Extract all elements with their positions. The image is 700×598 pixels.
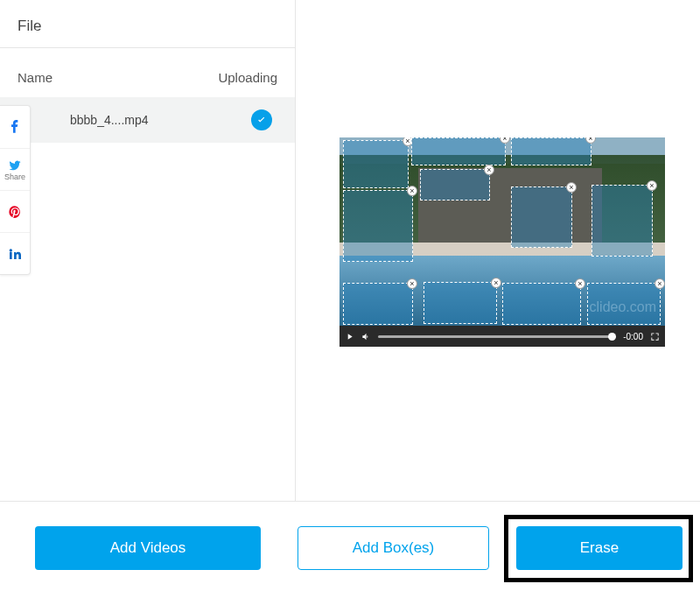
selection-box[interactable]: × <box>420 169 490 201</box>
close-icon[interactable]: × <box>491 278 501 288</box>
share-label: Share <box>4 172 25 181</box>
close-icon[interactable]: × <box>484 165 494 175</box>
close-icon[interactable]: × <box>654 278 665 289</box>
add-boxes-button[interactable]: Add Box(es) <box>298 526 489 570</box>
close-icon[interactable]: × <box>575 278 585 289</box>
play-icon[interactable] <box>345 332 354 341</box>
selection-box[interactable]: × <box>587 283 661 325</box>
selection-box[interactable]: × <box>424 282 497 324</box>
social-share-tray: Share <box>0 105 31 275</box>
selection-box[interactable]: × <box>511 186 572 248</box>
bottom-bar: Add Videos Add Box(es) Erase <box>0 501 700 598</box>
preview-area: clideo.com ××××××××××× -0:00 <box>296 0 700 501</box>
linkedin-icon <box>8 247 22 261</box>
erase-button[interactable]: Erase <box>516 526 682 570</box>
facebook-share[interactable] <box>0 106 30 148</box>
selection-box[interactable]: × <box>511 137 592 165</box>
check-icon <box>251 109 272 130</box>
facebook-icon <box>8 120 22 134</box>
video-controls: -0:00 <box>340 326 665 347</box>
twitter-share[interactable]: Share <box>0 148 30 190</box>
col-status: Uploading <box>218 70 277 85</box>
selection-box[interactable]: × <box>343 140 409 188</box>
file-row[interactable]: bbbb_4....mp4 <box>0 97 295 143</box>
volume-icon[interactable] <box>361 332 371 341</box>
selection-box[interactable]: × <box>592 185 653 257</box>
close-icon[interactable]: × <box>407 186 417 196</box>
col-name: Name <box>18 70 52 85</box>
file-name: bbbb_4....mp4 <box>70 113 149 127</box>
close-icon[interactable]: × <box>407 278 417 289</box>
pinterest-share[interactable] <box>0 190 30 232</box>
file-header: File <box>0 0 295 48</box>
selection-box[interactable]: × <box>411 137 506 165</box>
twitter-icon <box>8 158 22 172</box>
file-list-header: Name Uploading <box>0 70 295 97</box>
selection-box[interactable]: × <box>343 190 413 262</box>
pinterest-icon <box>8 205 22 219</box>
fullscreen-icon[interactable] <box>650 332 660 341</box>
close-icon[interactable]: × <box>647 180 657 191</box>
selection-box[interactable]: × <box>502 283 581 325</box>
file-sidebar: File Name Uploading bbbb_4....mp4 <box>0 0 296 501</box>
close-icon[interactable]: × <box>566 182 577 193</box>
linkedin-share[interactable] <box>0 232 30 274</box>
video-preview[interactable]: clideo.com ××××××××××× -0:00 <box>340 137 665 347</box>
add-videos-button[interactable]: Add Videos <box>35 526 261 570</box>
time-remaining: -0:00 <box>623 332 643 341</box>
seek-bar[interactable] <box>378 335 616 338</box>
selection-box[interactable]: × <box>343 283 413 325</box>
